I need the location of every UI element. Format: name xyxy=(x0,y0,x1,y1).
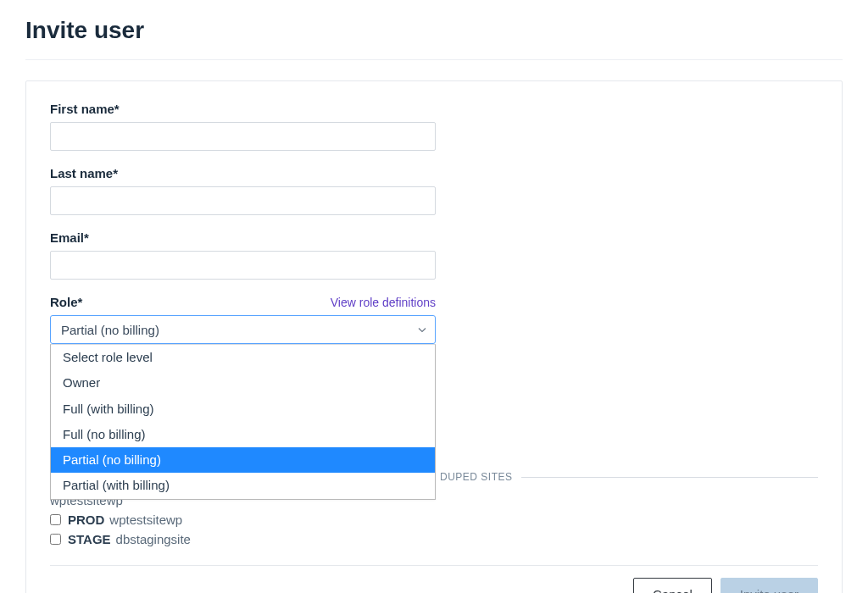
site-name-stage: dbstagingsite xyxy=(116,532,191,546)
site-row-stage: STAGE dbstagingsite xyxy=(50,532,818,546)
invite-user-button[interactable]: Invite user xyxy=(721,578,818,593)
sites-divider-label: DUPED SITES xyxy=(440,471,513,483)
sites-block: wptestsitewp PROD wptestsitewp STAGE dbs… xyxy=(50,493,818,546)
divider-bottom xyxy=(50,565,818,566)
email-label: Email* xyxy=(50,230,818,245)
role-dropdown-list: Select role level Owner Full (with billi… xyxy=(50,344,436,500)
first-name-label: First name* xyxy=(50,102,818,116)
role-option-full-with-billing[interactable]: Full (with billing) xyxy=(51,396,435,422)
site-row-prod: PROD wptestsitewp xyxy=(50,513,818,527)
site-checkbox-prod[interactable] xyxy=(50,514,61,525)
last-name-input[interactable] xyxy=(50,186,436,215)
role-option-full-no-billing[interactable]: Full (no billing) xyxy=(51,422,435,447)
page-title: Invite user xyxy=(25,17,843,44)
cancel-button[interactable]: Cancel xyxy=(633,578,712,593)
role-option-partial-with-billing[interactable]: Partial (with billing) xyxy=(51,473,435,498)
form-actions: Cancel Invite user xyxy=(50,578,818,593)
view-role-definitions-link[interactable]: View role definitions xyxy=(331,296,436,309)
first-name-input[interactable] xyxy=(50,122,436,151)
site-checkbox-stage[interactable] xyxy=(50,534,61,545)
site-name-prod: wptestsitewp xyxy=(109,513,182,527)
role-option-partial-no-billing[interactable]: Partial (no billing) xyxy=(51,447,435,473)
role-select-wrapper: Partial (no billing) Select role level O… xyxy=(50,315,436,344)
last-name-group: Last name* xyxy=(50,166,818,215)
role-option-owner[interactable]: Owner xyxy=(51,370,435,396)
first-name-group: First name* xyxy=(50,102,818,151)
role-select-value: Partial (no billing) xyxy=(61,323,159,337)
site-env-stage: STAGE xyxy=(68,532,111,546)
role-select[interactable]: Partial (no billing) xyxy=(50,315,436,344)
email-group: Email* xyxy=(50,230,818,280)
role-group: Role* View role definitions Partial (no … xyxy=(50,295,818,344)
divider-top xyxy=(25,59,843,60)
role-option-select-level[interactable]: Select role level xyxy=(51,345,435,370)
last-name-label: Last name* xyxy=(50,166,818,180)
role-label: Role* xyxy=(50,295,82,309)
invite-user-form: First name* Last name* Email* Role* View… xyxy=(25,80,843,593)
chevron-down-icon xyxy=(418,323,426,337)
email-input[interactable] xyxy=(50,251,436,280)
site-env-prod: PROD xyxy=(68,513,104,527)
